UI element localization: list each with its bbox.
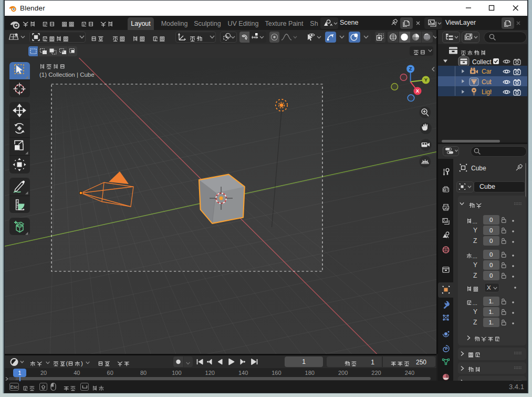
svg-text:Y: Y <box>424 77 428 83</box>
svg-text:X: X <box>416 88 420 94</box>
svg-text:Z: Z <box>409 66 412 72</box>
